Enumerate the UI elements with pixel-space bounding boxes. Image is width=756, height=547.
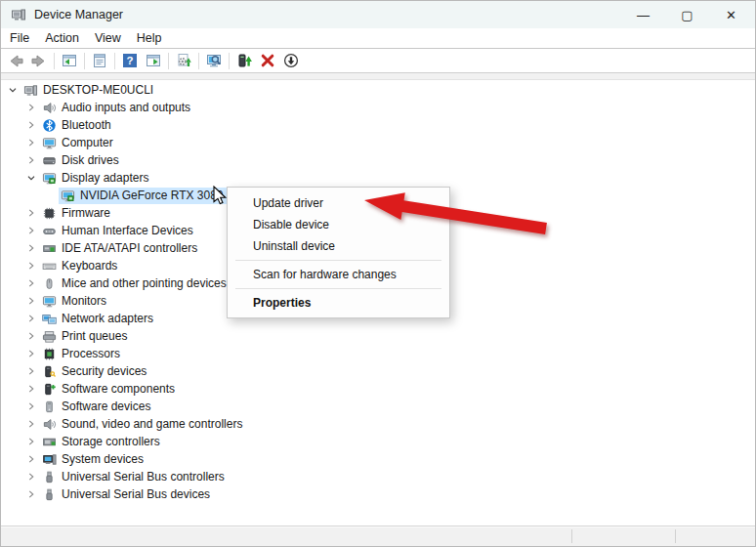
back-button[interactable] — [5, 50, 26, 71]
context-menu-properties[interactable]: Properties — [228, 292, 449, 314]
tree-item-content: Computer — [40, 135, 116, 151]
chevron-right-icon[interactable] — [23, 100, 39, 115]
system-icon — [42, 452, 57, 467]
tree-item-label: Bluetooth — [62, 118, 111, 132]
menubar: FileActionViewHelp — [1, 28, 755, 49]
menu-view[interactable]: View — [87, 29, 129, 47]
forward-button[interactable] — [28, 50, 50, 71]
mouse-icon — [42, 276, 57, 291]
tree-item-content: IDE ATA/ATAPI controllers — [40, 240, 200, 257]
help-icon: ? — [122, 53, 138, 68]
chevron-right-icon[interactable] — [23, 328, 39, 344]
chevron-right-icon[interactable] — [23, 416, 39, 432]
chevron-right-icon[interactable] — [23, 117, 39, 133]
tree-item-security-devices[interactable]: Security devices — [2, 362, 754, 380]
tree-item-storage-controllers[interactable]: Storage controllers — [2, 433, 754, 450]
menu-action[interactable]: Action — [37, 29, 87, 47]
show-hide-console-tree-button[interactable] — [59, 50, 80, 71]
chevron-right-icon[interactable] — [23, 258, 39, 274]
disable-device-button[interactable] — [280, 50, 302, 71]
tree-item-label: IDE ATA/ATAPI controllers — [62, 241, 197, 255]
chevron-down-icon[interactable] — [23, 170, 39, 186]
tree-item-software-devices[interactable]: Software devices — [2, 398, 754, 415]
context-menu-disable-device[interactable]: Disable device — [228, 214, 449, 235]
menu-file[interactable]: File — [2, 29, 37, 47]
show-action-pane-button[interactable] — [143, 50, 164, 71]
tree-item-content: Disk drives — [40, 152, 122, 169]
update-driver-icon — [236, 53, 252, 68]
chevron-right-icon[interactable] — [23, 399, 39, 414]
usb-icon — [42, 487, 57, 502]
network-icon — [42, 312, 57, 326]
close-button[interactable]: ✕ — [709, 1, 753, 28]
monitor-icon — [42, 294, 57, 309]
properties-icon — [92, 53, 107, 68]
chevron-right-icon[interactable] — [23, 363, 39, 379]
chevron-right-icon[interactable] — [23, 451, 39, 467]
chevron-down-icon[interactable] — [5, 82, 21, 98]
chevron-right-icon[interactable] — [23, 486, 39, 502]
chevron-right-icon[interactable] — [23, 205, 39, 221]
chevron-right-icon[interactable] — [23, 293, 39, 309]
tree-item-system-devices[interactable]: System devices — [2, 450, 754, 468]
tree-item-content: DESKTOP-ME0UCLI — [21, 82, 156, 99]
tree-item-content: Processors — [40, 346, 123, 362]
toolbar-separator-band — [1, 72, 755, 80]
tree-item-content: Bluetooth — [40, 117, 114, 134]
help-button[interactable]: ? — [119, 50, 141, 71]
tree-item-label: Universal Serial Bus controllers — [62, 470, 225, 484]
minimize-button[interactable]: — — [621, 1, 665, 28]
properties-button[interactable] — [89, 50, 110, 71]
audio-icon — [42, 417, 57, 432]
maximize-button[interactable]: ▢ — [665, 1, 709, 28]
update-driver-button[interactable] — [233, 50, 255, 71]
tree-item-software-components[interactable]: Software components — [2, 380, 754, 398]
uninstall-device-button[interactable] — [257, 50, 278, 71]
chevron-right-icon[interactable] — [23, 152, 39, 168]
context-menu-scan-for-hardware-changes[interactable]: Scan for hardware changes — [228, 264, 449, 285]
chevron-right-icon[interactable] — [23, 223, 39, 238]
tree-item-computer[interactable]: Computer — [2, 134, 754, 151]
tree-item-content: Universal Serial Bus controllers — [40, 469, 228, 485]
status-divider — [675, 529, 676, 543]
tree-item-content: Firmware — [40, 205, 113, 222]
tree-item-processors[interactable]: Processors — [2, 345, 754, 362]
tree-item-universal-serial-bus-controllers[interactable]: Universal Serial Bus controllers — [2, 468, 754, 485]
tree-item-disk-drives[interactable]: Disk drives — [2, 151, 754, 169]
chevron-right-icon[interactable] — [23, 311, 39, 326]
tree-item-label: Sound, video and game controllers — [62, 417, 242, 431]
display-icon — [61, 189, 75, 203]
tree-item-label: NVIDIA GeForce RTX 3080 — [80, 189, 224, 202]
tree-item-desktop-me0ucli[interactable]: DESKTOP-ME0UCLI — [2, 81, 754, 99]
tree-item-sound-video-and-game-controllers[interactable]: Sound, video and game controllers — [2, 415, 754, 433]
chevron-right-icon[interactable] — [23, 135, 39, 150]
chevron-right-icon[interactable] — [23, 381, 39, 397]
chevron-right-icon[interactable] — [23, 434, 39, 449]
tree-item-bluetooth[interactable]: Bluetooth — [2, 116, 754, 134]
context-menu-uninstall-device[interactable]: Uninstall device — [228, 235, 449, 257]
chevron-right-icon[interactable] — [23, 469, 39, 484]
tree-item-label: Firmware — [62, 206, 110, 220]
context-menu-separator — [235, 288, 441, 289]
svg-text:?: ? — [126, 55, 133, 66]
tree-item-universal-serial-bus-devices[interactable]: Universal Serial Bus devices — [2, 485, 754, 503]
chevron-right-icon[interactable] — [23, 346, 39, 361]
toolbar-separator — [54, 53, 55, 69]
back-icon — [8, 53, 23, 68]
chevron-right-icon[interactable] — [23, 275, 39, 291]
scan-for-hardware-changes-button[interactable] — [203, 50, 225, 71]
toolbar: ? — [1, 49, 755, 72]
tree-item-display-adapters[interactable]: Display adapters — [2, 169, 754, 187]
tree-item-print-queues[interactable]: Print queues — [2, 327, 754, 345]
tree-item-audio-inputs-and-outputs[interactable]: Audio inputs and outputs — [2, 99, 754, 116]
hid-icon — [42, 224, 57, 238]
menu-help[interactable]: Help — [129, 29, 170, 47]
printer-icon — [42, 329, 57, 344]
context-menu: Update driverDisable deviceUninstall dev… — [227, 187, 450, 318]
ide-icon — [42, 241, 57, 256]
chevron-right-icon[interactable] — [23, 240, 39, 256]
tree-item-label: Processors — [62, 347, 120, 360]
add-drivers-button[interactable] — [173, 50, 194, 71]
tree-item-content: Monitors — [40, 293, 109, 310]
context-menu-update-driver[interactable]: Update driver — [228, 192, 449, 214]
